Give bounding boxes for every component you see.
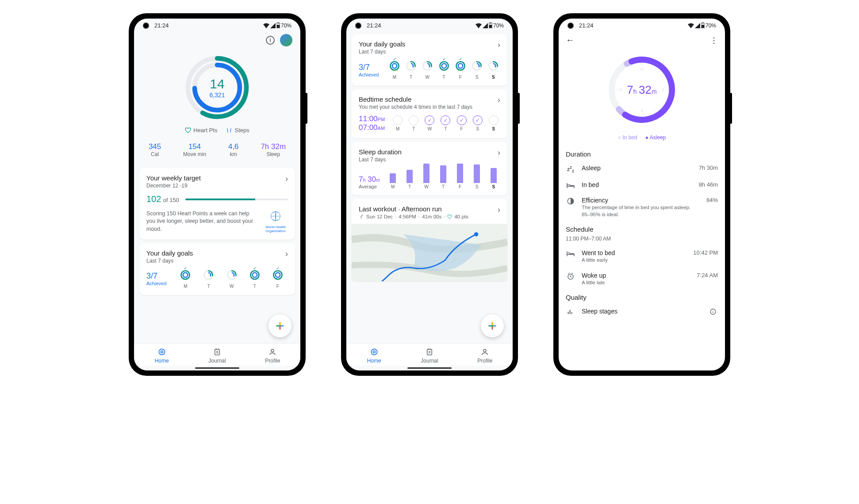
- journal-icon: [213, 347, 221, 356]
- sleep-stages-row[interactable]: Sleep stages: [559, 304, 725, 319]
- bedtime-day: S: [489, 115, 499, 131]
- phone-frame-1: 21:24 70% i 14 6,321: [129, 13, 306, 376]
- info-icon[interactable]: i: [266, 36, 275, 45]
- nav-journal[interactable]: Journal: [189, 347, 245, 364]
- workout-map[interactable]: [352, 224, 507, 281]
- wifi-icon: [263, 23, 269, 28]
- avatar[interactable]: [280, 34, 292, 46]
- svg-point-57: [483, 349, 486, 352]
- bed-icon: [566, 181, 575, 189]
- workout-points: 40 pts: [454, 214, 468, 219]
- plus-icon: [275, 321, 285, 331]
- svg-rect-2: [277, 25, 280, 28]
- svg-point-53: [474, 232, 478, 236]
- zzz-icon: zzz: [566, 164, 575, 173]
- fab-add-button[interactable]: [268, 314, 291, 337]
- chevron-right-icon: ›: [498, 95, 500, 105]
- svg-point-44: [458, 64, 463, 68]
- svg-point-18: [250, 271, 259, 279]
- schedule-section-sub: 11:00 PM–7:00 AM: [559, 236, 725, 245]
- more-menu-button[interactable]: ⋯: [709, 37, 719, 44]
- day-ring: W: [226, 269, 238, 289]
- sleep-bar: M: [390, 173, 396, 189]
- nav-home[interactable]: Home: [134, 347, 189, 364]
- signal-icon: [270, 23, 276, 28]
- daily-goals-card[interactable]: Your daily goals Last 7 days › 3/7Achiev…: [352, 34, 507, 86]
- svg-text:6: 6: [641, 109, 643, 113]
- bedtime-day: ✓S: [473, 115, 483, 131]
- bedtime-schedule-card[interactable]: Bedtime schedule You met your schedule 4…: [352, 89, 507, 138]
- svg-point-31: [390, 61, 399, 70]
- svg-point-38: [425, 64, 430, 68]
- fab-add-button[interactable]: [481, 314, 504, 337]
- sleep-bar: S: [474, 164, 480, 189]
- nav-journal[interactable]: Journal: [402, 347, 457, 364]
- goals-achieved-value: 3/7: [146, 271, 166, 281]
- phone-frame-2: 21:24 70% Your daily goals Last 7 days ›…: [341, 13, 518, 376]
- svg-rect-29: [489, 25, 492, 28]
- daily-goals-card[interactable]: Your daily goals Last 7 days › 3/7Achiev…: [139, 243, 295, 295]
- metric-sleep[interactable]: 7h 32mSleep: [261, 142, 286, 157]
- chevron-right-icon: ›: [498, 40, 500, 50]
- battery-percent: 70%: [706, 23, 716, 29]
- activity-ring[interactable]: 14 6,321: [134, 50, 300, 124]
- metric-km[interactable]: 4,6km: [228, 142, 239, 157]
- home-indicator[interactable]: [195, 367, 239, 369]
- home-indicator[interactable]: [407, 367, 452, 369]
- schedule-section-title: Schedule: [559, 222, 725, 236]
- chevron-right-icon: ›: [498, 148, 500, 157]
- weekly-target-sub: December 12 -19: [146, 183, 201, 189]
- metric-movemin[interactable]: 154Move min: [183, 142, 206, 157]
- status-time: 21:24: [367, 22, 381, 29]
- sleep-avg-minutes: 30: [368, 175, 376, 183]
- nav-profile[interactable]: Profile: [457, 347, 513, 364]
- day-ring: W: [422, 60, 433, 80]
- nav-profile[interactable]: Profile: [245, 347, 300, 364]
- svg-point-43: [456, 61, 464, 70]
- svg-line-66: [654, 66, 655, 69]
- sleep-minutes: 32: [639, 83, 652, 96]
- steps-value: 6,321: [209, 92, 225, 99]
- svg-line-71: [618, 102, 621, 103]
- eff-icon: [566, 197, 575, 205]
- svg-text:3: 3: [662, 88, 664, 92]
- day-ring: T: [203, 269, 214, 289]
- svg-rect-28: [490, 23, 491, 23]
- duration-row: EfficiencyThe percentage of time in bed …: [559, 193, 725, 222]
- day-ring: T: [405, 60, 417, 80]
- svg-rect-59: [702, 23, 704, 23]
- svg-point-9: [181, 271, 190, 279]
- daily-goals-sub: Last 7 days: [359, 49, 405, 55]
- svg-point-35: [409, 64, 413, 68]
- svg-point-19: [253, 272, 257, 277]
- sleep-duration-sub: Last 7 days: [359, 157, 402, 163]
- metric-cal[interactable]: 345Cal: [149, 142, 161, 157]
- chevron-right-icon: ›: [285, 249, 288, 259]
- schedule-row: Went to bedA little early 10:42 PM: [559, 245, 725, 268]
- day-ring: ✓ F: [272, 269, 284, 289]
- workout-duration: 41m 00s: [422, 214, 441, 219]
- duration-row: zzz Asleep 7h 30m: [559, 160, 725, 177]
- battery-percent: 70%: [281, 23, 291, 29]
- last-workout-card[interactable]: Last workout · Afternoon run Sun 12 Dec …: [352, 199, 507, 281]
- back-button[interactable]: ←: [566, 35, 575, 45]
- sleep-legend: ○ In bed ● Asleep: [559, 130, 725, 147]
- metrics-row: 345Cal 154Move min 4,6km 7h 32mSleep: [134, 139, 300, 164]
- day-ring: ✓ M: [180, 269, 191, 289]
- profile-icon: [268, 347, 276, 356]
- plus-icon: [487, 321, 497, 331]
- target-description: Scoring 150 Heart Points a week can help…: [146, 210, 259, 233]
- camera-cutout: [143, 23, 149, 29]
- daily-goals-sub: Last 7 days: [146, 258, 193, 264]
- workout-date: Sun 12 Dec: [366, 214, 393, 219]
- sleep-duration-card[interactable]: Sleep duration Last 7 days › 7h 30m Aver…: [352, 142, 507, 195]
- info-icon[interactable]: [708, 308, 718, 315]
- day-ring: S: [471, 60, 483, 80]
- status-bar: 21:24 70%: [346, 19, 513, 31]
- phone-frame-3: 21:24 70% ← ⋯: [553, 13, 730, 376]
- bedtime-end: 07:00: [359, 123, 378, 132]
- nav-home[interactable]: Home: [346, 347, 402, 364]
- bottom-nav: Home Journal Profile: [346, 343, 513, 366]
- weekly-target-card[interactable]: Your weekly target December 12 -19 › 102…: [139, 168, 295, 240]
- svg-point-26: [271, 349, 274, 352]
